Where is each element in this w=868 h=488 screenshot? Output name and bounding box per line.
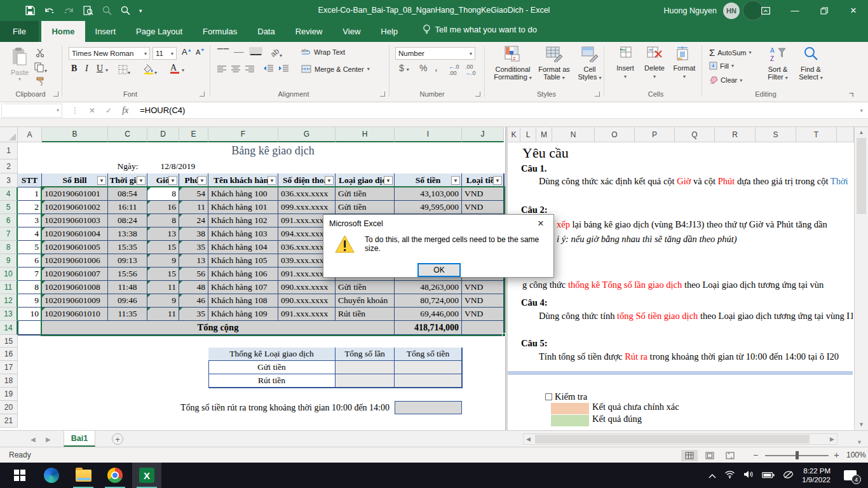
filter-icon[interactable]: ▼ <box>493 176 502 185</box>
number-launcher-icon[interactable] <box>475 92 480 97</box>
stats-row-label-1[interactable]: Rút tiền <box>208 374 336 388</box>
cell-r4-c8[interactable]: 43,103,000 <box>395 187 462 201</box>
filter-icon[interactable]: ▼ <box>168 176 177 185</box>
explorer-taskbar-icon[interactable] <box>69 463 98 488</box>
avatar[interactable]: HN <box>723 3 740 19</box>
cell-r5-c6[interactable]: 099.xxx.xxxx <box>278 201 336 214</box>
cell-r10-c5[interactable]: Khách hàng 106 <box>208 268 278 281</box>
cell-r11-c7[interactable]: Gửi tiền <box>336 281 395 294</box>
cell-r13-c7[interactable]: Rút tiền <box>336 308 395 321</box>
tab-formulas[interactable]: Formulas <box>193 21 247 42</box>
borders-icon[interactable]: ▾ <box>118 65 130 76</box>
cell-styles-button[interactable]: CellStyles ▾ <box>574 46 605 82</box>
cell-r6-c0[interactable]: 3 <box>18 214 42 227</box>
cell-r12-c7[interactable]: Chuyển khoản <box>336 294 395 308</box>
column-header-b[interactable]: B <box>42 127 108 142</box>
table-header-0[interactable]: STT <box>18 173 42 187</box>
fill-button[interactable]: Fill▾ <box>709 62 734 70</box>
bold-button[interactable]: B <box>71 64 77 74</box>
column-header-l[interactable]: L <box>520 127 536 142</box>
cell-r11-c4[interactable]: 48 <box>179 281 208 294</box>
row-header-21[interactable]: 21 <box>0 414 18 428</box>
cell-r13-c1[interactable]: 1020190601010 <box>42 308 108 321</box>
cell-r13-c0[interactable]: 10 <box>18 308 42 321</box>
fx-icon[interactable]: fx <box>122 105 128 116</box>
clipboard-launcher-icon[interactable] <box>53 92 58 97</box>
total-value-cell[interactable]: 418,714,000 <box>395 321 462 335</box>
cell-r7-c1[interactable]: 1020190601004 <box>42 227 108 241</box>
cell-r11-c9[interactable]: VND <box>462 281 504 294</box>
cell-r5-c4[interactable]: 11 <box>179 201 208 214</box>
table-header-4[interactable]: Phút▼ <box>179 173 208 187</box>
tab-review[interactable]: Review <box>285 21 333 42</box>
column-header-j[interactable]: J <box>462 127 504 142</box>
tab-data[interactable]: Data <box>247 21 285 42</box>
cell-r5-c2[interactable]: 16:11 <box>108 201 147 214</box>
currency-icon[interactable]: $ ▾ <box>399 63 409 73</box>
cell-r4-c1[interactable]: 1020190601001 <box>42 187 108 201</box>
cell-r11-c2[interactable]: 11:48 <box>108 281 147 294</box>
number-format-select[interactable]: Number▾ <box>395 47 475 60</box>
tab-help[interactable]: Help <box>370 21 408 42</box>
percent-icon[interactable]: % <box>419 63 427 73</box>
stats-sum-cell-0[interactable] <box>395 361 462 374</box>
name-box[interactable]: ▾ <box>1 104 62 118</box>
cell-r5-c9[interactable]: VND <box>462 201 504 214</box>
column-header-d[interactable]: D <box>147 127 179 142</box>
row-header-18[interactable]: 18 <box>0 374 18 388</box>
date-value-cell[interactable]: 12/8/2019 <box>147 159 208 173</box>
insert-cells-button[interactable]: Insert▾ <box>611 46 639 81</box>
sort-filter-button[interactable]: AZ Sort &Filter ▾ <box>763 46 793 82</box>
cell-r12-c6[interactable]: 090.xxx.xxxx <box>278 294 336 308</box>
cell-r7-c4[interactable]: 38 <box>179 227 208 241</box>
cell-r7-c3[interactable]: 13 <box>147 227 179 241</box>
cancel-icon[interactable]: ✕ <box>89 106 95 115</box>
comma-icon[interactable]: , <box>435 62 437 73</box>
tab-home[interactable]: Home <box>41 21 85 42</box>
zoom-slider-thumb[interactable] <box>796 451 799 459</box>
cell-r6-c5[interactable]: Khách hàng 102 <box>208 214 278 227</box>
page-layout-view-icon[interactable] <box>702 450 718 461</box>
filter-icon[interactable]: ▼ <box>325 176 334 185</box>
column-header-c[interactable]: C <box>108 127 147 142</box>
row-header-9[interactable]: 9 <box>0 254 18 268</box>
cell-r13-c3[interactable]: 11 <box>147 308 179 321</box>
select-all-corner[interactable] <box>0 127 18 142</box>
cell-r8-c3[interactable]: 15 <box>147 241 179 254</box>
table-header-7[interactable]: Loại giao dịch▼ <box>336 173 395 187</box>
column-header-partial[interactable] <box>837 127 854 142</box>
edge-taskbar-icon[interactable] <box>37 463 66 488</box>
italic-button[interactable]: I <box>85 64 88 74</box>
cell-r4-c9[interactable]: VND <box>462 187 504 201</box>
increase-indent-icon[interactable] <box>278 65 288 74</box>
horizontal-scroll-thumb[interactable] <box>535 435 810 444</box>
tray-expand-icon[interactable] <box>709 470 716 481</box>
row-header-20[interactable]: 20 <box>0 401 18 414</box>
underline-button[interactable]: U <box>97 64 103 74</box>
row-header-8[interactable]: 8 <box>0 241 18 254</box>
conditional-formatting-button[interactable]: ≠ ConditionalFormatting ▾ <box>492 46 534 82</box>
increase-decimal-icon[interactable]: ←.0.00 <box>449 64 459 76</box>
sheet-title[interactable]: Bảng kê giao dịch <box>42 142 504 159</box>
table-header-1[interactable]: Số Bill▼ <box>42 173 108 187</box>
cell-r6-c4[interactable]: 24 <box>179 214 208 227</box>
battery-icon[interactable] <box>762 470 775 481</box>
cell-r11-c8[interactable]: 48,263,000 <box>395 281 462 294</box>
cell-r9-c2[interactable]: 09:13 <box>108 254 147 268</box>
row-header-11[interactable]: 11 <box>0 281 18 294</box>
new-sheet-icon[interactable]: + <box>112 433 123 445</box>
row-header-15[interactable]: 15 <box>0 335 18 348</box>
paste-button[interactable]: Paste ▾ <box>9 47 31 82</box>
scroll-up-icon[interactable]: ▲ <box>855 127 868 138</box>
cell-r12-c5[interactable]: Khách hàng 108 <box>208 294 278 308</box>
column-header-i[interactable]: I <box>395 127 462 142</box>
column-header-m[interactable]: M <box>536 127 552 142</box>
cell-r4-c3[interactable]: 8 <box>147 187 179 201</box>
autosum-button[interactable]: ΣAutoSum▾ <box>709 47 752 58</box>
cell-r5-c8[interactable]: 49,595,000 <box>395 201 462 214</box>
alignment-launcher-icon[interactable] <box>380 92 385 97</box>
align-middle-icon[interactable]: ── <box>234 48 244 56</box>
align-center-icon[interactable] <box>231 65 240 74</box>
cell-r11-c0[interactable]: 8 <box>18 281 42 294</box>
column-header-q[interactable]: Q <box>675 127 715 142</box>
